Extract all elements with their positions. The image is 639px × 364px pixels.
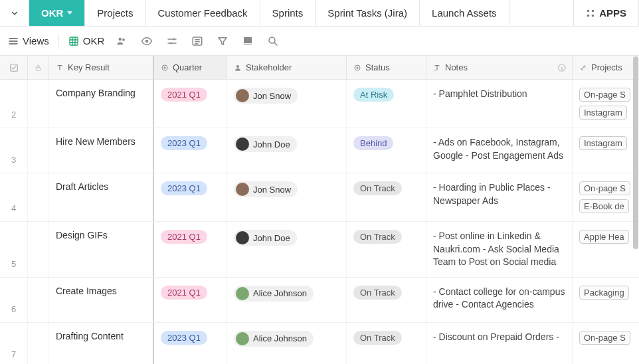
status-cell[interactable]: On Track xyxy=(347,173,426,221)
stakeholder-name: John Doe xyxy=(253,139,290,149)
status-cell[interactable]: On Track xyxy=(347,278,426,322)
row-lock-cell xyxy=(28,128,49,173)
notes-cell[interactable]: - Ads on Facebook, Instagram, Google - P… xyxy=(426,128,573,173)
tab-label: Projects xyxy=(97,7,133,19)
project-chip[interactable]: On-page S xyxy=(579,181,630,195)
quarter-cell[interactable]: 2023 Q1 xyxy=(154,128,227,173)
svg-point-0 xyxy=(587,9,590,12)
stakeholder-cell[interactable]: Jon Snow xyxy=(227,80,347,128)
list-button[interactable] xyxy=(189,33,205,49)
column-header-projects[interactable]: Projects xyxy=(573,56,639,79)
list-icon xyxy=(191,35,203,47)
notes-cell[interactable]: - Pamphlet Distribution xyxy=(426,80,573,128)
tab-okr[interactable]: OKR xyxy=(29,0,85,26)
status-pill: Behind xyxy=(353,136,393,150)
vertical-scrollbar[interactable] xyxy=(633,56,638,342)
status-pill: On Track xyxy=(353,181,402,195)
projects-cell[interactable]: Apple Hea xyxy=(573,222,639,277)
project-chip[interactable]: On-page S xyxy=(579,331,630,345)
svg-point-13 xyxy=(269,37,275,43)
avatar xyxy=(236,287,249,300)
users-icon xyxy=(116,35,128,47)
stakeholder-cell[interactable]: Alice Johnson xyxy=(227,323,347,364)
projects-cell[interactable]: On-page S xyxy=(573,323,639,364)
projects-cell[interactable]: Instagram xyxy=(573,128,639,173)
expand-button[interactable] xyxy=(0,0,29,26)
column-header-key-result[interactable]: Key Result xyxy=(49,56,154,79)
stakeholder-cell[interactable]: Jon Snow xyxy=(227,173,347,221)
color-button[interactable] xyxy=(240,33,256,49)
table-row[interactable]: 6 Create Images 2021 Q1 Alice Johnson On… xyxy=(0,278,639,323)
search-button[interactable] xyxy=(265,33,281,49)
info-icon[interactable] xyxy=(557,63,567,72)
filter-button[interactable] xyxy=(215,33,230,49)
row-number: 5 xyxy=(0,222,28,277)
stakeholder-name: Alice Johnson xyxy=(253,288,307,298)
stakeholder-cell[interactable]: John Doe xyxy=(227,128,347,173)
tab-projects[interactable]: Projects xyxy=(85,0,145,26)
tab-sprints[interactable]: Sprints xyxy=(260,0,316,26)
circle-icon xyxy=(353,64,361,72)
key-result-cell[interactable]: Draft Articles xyxy=(49,173,154,221)
quarter-cell[interactable]: 2023 Q1 xyxy=(154,323,227,364)
project-chip[interactable]: On-page S xyxy=(579,88,630,102)
notes-cell[interactable]: - Post online in Linkedin & Naukri.com -… xyxy=(426,222,573,277)
status-pill: At Risk xyxy=(353,88,394,102)
text-icon xyxy=(56,64,64,72)
column-header-status[interactable]: Status xyxy=(347,56,426,79)
quarter-cell[interactable]: 2021 Q1 xyxy=(154,222,227,277)
status-cell[interactable]: At Risk xyxy=(347,80,426,128)
key-result-cell[interactable]: Drafting Content xyxy=(49,323,154,364)
svg-point-5 xyxy=(119,37,122,41)
okr-view-button[interactable]: OKR xyxy=(68,35,105,46)
table-row[interactable]: 2 Company Branding 2021 Q1 Jon Snow At R… xyxy=(0,80,639,128)
stakeholder-cell[interactable]: Alice Johnson xyxy=(227,278,347,322)
tab-sprint-tasks[interactable]: Sprint Tasks (Jira) xyxy=(316,0,420,26)
scrollbar-thumb[interactable] xyxy=(633,56,638,249)
table-row[interactable]: 4 Draft Articles 2023 Q1 Jon Snow On Tra… xyxy=(0,173,639,222)
quarter-cell[interactable]: 2021 Q1 xyxy=(154,278,227,322)
notes-cell[interactable]: - Hoarding in Public Places - Newspaper … xyxy=(426,173,573,221)
projects-cell[interactable]: On-page SInstagram xyxy=(573,80,639,128)
column-header-quarter[interactable]: Quarter xyxy=(154,56,227,79)
column-header-notes[interactable]: Notes xyxy=(426,56,573,79)
project-chip[interactable]: Apple Hea xyxy=(579,230,629,244)
row-lock-cell xyxy=(28,173,49,221)
status-cell[interactable]: On Track xyxy=(347,222,426,277)
stakeholder-chip: Alice Johnson xyxy=(234,331,314,347)
notes-cell[interactable]: - Discount on Prepaid Orders - xyxy=(426,323,573,364)
project-chip[interactable]: Instagram xyxy=(579,136,627,150)
table-row[interactable]: 7 Drafting Content 2023 Q1 Alice Johnson… xyxy=(0,323,639,364)
svg-point-17 xyxy=(164,66,166,68)
settings-button[interactable] xyxy=(164,33,180,49)
svg-point-1 xyxy=(592,9,594,12)
table-row[interactable]: 3 Hire New Members 2023 Q1 John Doe Behi… xyxy=(0,128,639,173)
eye-button[interactable] xyxy=(139,33,155,49)
projects-cell[interactable]: Packaging xyxy=(573,278,639,322)
status-cell[interactable]: On Track xyxy=(347,323,426,364)
search-icon xyxy=(267,35,279,47)
project-chip[interactable]: Packaging xyxy=(579,286,629,300)
key-result-cell[interactable]: Create Images xyxy=(49,278,154,322)
key-result-cell[interactable]: Design GIFs xyxy=(49,222,154,277)
quarter-cell[interactable]: 2021 Q1 xyxy=(154,80,227,128)
projects-cell[interactable]: On-page SE-Book de xyxy=(573,173,639,221)
avatar xyxy=(236,89,249,102)
table-row[interactable]: 5 Design GIFs 2021 Q1 John Doe On Track … xyxy=(0,222,639,278)
project-chip[interactable]: E-Book de xyxy=(579,199,629,213)
column-header-checkbox[interactable] xyxy=(0,56,28,79)
tab-customer-feedback[interactable]: Customer Feedback xyxy=(146,0,260,26)
status-cell[interactable]: Behind xyxy=(347,128,426,173)
quarter-cell[interactable]: 2023 Q1 xyxy=(154,173,227,221)
column-header-stakeholder[interactable]: Stakeholder xyxy=(227,56,347,79)
tab-apps[interactable]: APPS xyxy=(573,0,639,26)
key-result-cell[interactable]: Hire New Members xyxy=(49,128,154,173)
views-button[interactable]: Views xyxy=(8,35,49,46)
key-result-cell[interactable]: Company Branding xyxy=(49,80,154,128)
users-button[interactable] xyxy=(114,33,130,49)
row-lock-cell xyxy=(28,278,49,322)
notes-cell[interactable]: - Contact college for on-campus drive - … xyxy=(426,278,573,322)
stakeholder-cell[interactable]: John Doe xyxy=(227,222,347,277)
tab-launch-assets[interactable]: Launch Assets xyxy=(420,0,509,26)
project-chip[interactable]: Instagram xyxy=(579,106,627,120)
